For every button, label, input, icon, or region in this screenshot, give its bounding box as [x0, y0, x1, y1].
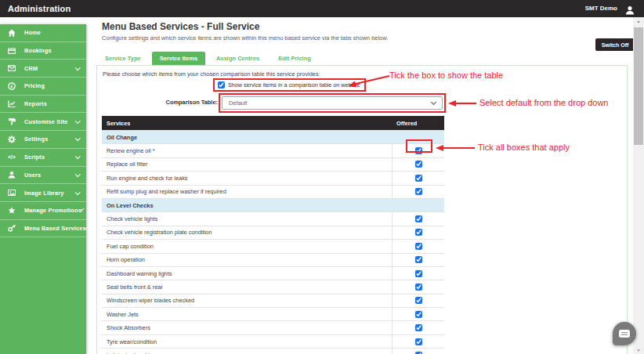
- offered-checkbox[interactable]: [415, 215, 422, 222]
- annotation-arrow-tick-box: [348, 73, 392, 88]
- show-comparison-label[interactable]: Show service items in a comparison table…: [228, 81, 360, 88]
- tab-bar: Service TypeService ItemsAssign CentresE…: [97, 52, 319, 65]
- sidebar-item-label: Customise Site: [24, 118, 75, 125]
- service-name: Check vehicle lights: [102, 215, 392, 222]
- scrollbar-up-arrow[interactable]: ▲: [633, 17, 644, 25]
- table-row: Seat belts front & rear: [102, 280, 444, 293]
- offered-checkbox[interactable]: [415, 324, 422, 331]
- sidebar-item-image-library[interactable]: Image Library: [0, 184, 86, 202]
- chevron-down-icon: [81, 208, 84, 211]
- offered-cell: [392, 349, 444, 354]
- table-row: Check vehicle lights: [102, 211, 444, 225]
- sidebar: HomeBookingsCRM£PricingReportsCustomise …: [0, 24, 86, 354]
- offered-checkbox[interactable]: [415, 297, 422, 304]
- sidebar-item-manage-promotions[interactable]: Manage Promotions: [0, 202, 86, 220]
- comparison-table-select[interactable]: Default: [222, 96, 443, 110]
- pricing-icon: £: [8, 81, 16, 90]
- show-comparison-checkbox[interactable]: [218, 81, 225, 88]
- offered-checkbox[interactable]: [415, 284, 422, 291]
- chevron-down-icon: [75, 118, 81, 124]
- offered-checkbox[interactable]: [415, 338, 422, 345]
- annotation-arrow-tick-all: [435, 144, 476, 152]
- offered-checkbox[interactable]: [415, 243, 422, 250]
- sidebar-item-label: Scripts: [24, 154, 75, 161]
- comparison-select-highlight-box: Default: [219, 93, 446, 113]
- sidebar-item-label: Users: [24, 172, 75, 179]
- top-bar: Administration SMT Demo: [0, 0, 644, 17]
- chevron-down-icon: [75, 65, 81, 70]
- annotation-tick-box: Tick the box to show the table: [389, 70, 503, 80]
- table-row: Fuel cap condition: [102, 239, 444, 252]
- scrollbar[interactable]: ▲ ▼: [633, 17, 644, 354]
- chevron-down-icon: [75, 136, 81, 142]
- offered-checkbox[interactable]: [415, 175, 422, 182]
- offered-checkbox[interactable]: [415, 256, 422, 263]
- table-row: Horn operation: [102, 253, 444, 266]
- chevron-down-icon: [75, 172, 81, 177]
- scrollbar-down-arrow[interactable]: ▼: [633, 346, 644, 354]
- table-row: Shock Absorbers: [102, 320, 444, 334]
- sidebar-item-settings[interactable]: Settings: [0, 131, 86, 149]
- sidebar-item-home[interactable]: Home: [0, 24, 86, 42]
- comparison-table-label: Comparison Table:: [124, 99, 218, 106]
- service-name: Fuel cap condition: [102, 243, 392, 250]
- scrollbar-thumb[interactable]: [634, 27, 643, 145]
- table-row: Washer Jets: [102, 307, 444, 320]
- tab-edit-pricing[interactable]: Edit Pricing: [270, 52, 319, 65]
- reports-icon: [8, 99, 16, 108]
- sidebar-item-reports[interactable]: Reports: [0, 96, 86, 114]
- sidebar-item-customise-site[interactable]: Customise Site: [0, 113, 86, 131]
- services-table-header: Services Offered: [102, 116, 444, 130]
- chevron-down-icon: [75, 190, 81, 195]
- offered-checkbox[interactable]: [415, 270, 422, 277]
- offered-cell: [392, 321, 444, 334]
- scripts-icon: </>: [8, 153, 16, 161]
- sidebar-item-bookings[interactable]: Bookings: [0, 42, 86, 60]
- sidebar-item-label: Home: [24, 29, 79, 36]
- offered-checkbox[interactable]: [415, 311, 422, 318]
- offered-cell: [392, 186, 444, 198]
- settings-icon: [8, 135, 16, 143]
- app-title: Administration: [8, 0, 71, 17]
- sidebar-item-crm[interactable]: CRM: [0, 60, 86, 78]
- tab-assign-centres[interactable]: Assign Centres: [208, 52, 267, 65]
- tab-service-type[interactable]: Service Type: [97, 52, 149, 65]
- page-title: Menu Based Services - Full Service: [102, 21, 259, 32]
- sidebar-item-menu-based-services[interactable]: Menu Based Services: [0, 220, 86, 238]
- service-name: Windscreen wiper blades checked: [102, 297, 392, 304]
- offered-checkbox[interactable]: [415, 229, 422, 236]
- sidebar-item-scripts[interactable]: </>Scripts: [0, 149, 86, 167]
- user-icon[interactable]: [625, 4, 635, 13]
- sidebar-item-label: Settings: [24, 135, 75, 143]
- sidebar-item-users[interactable]: Users: [0, 167, 86, 185]
- service-name: Seat belts front & rear: [102, 284, 392, 291]
- home-icon: [8, 28, 16, 37]
- service-name: Washer Jets: [102, 311, 392, 318]
- offered-checkbox[interactable]: [415, 161, 422, 168]
- offered-checkbox[interactable]: [415, 188, 422, 195]
- sidebar-item-label: Manage Promotions: [24, 207, 81, 214]
- chat-fab-button[interactable]: [613, 322, 636, 345]
- crm-icon: [8, 64, 16, 73]
- annotation-tick-all: Tick all boxes that apply: [478, 143, 570, 152]
- offered-cell: [392, 254, 444, 266]
- tab-service-items[interactable]: Service Items: [152, 52, 205, 65]
- table-row: Windscreen wiper blades checked: [102, 294, 444, 307]
- table-row: Refit sump plug and replace washer if re…: [102, 185, 444, 198]
- table-row: Replace oil filter: [102, 157, 444, 171]
- promotions-icon: [8, 206, 16, 215]
- account-label[interactable]: SMT Demo: [585, 0, 617, 17]
- sidebar-item-pricing[interactable]: £Pricing: [0, 78, 86, 96]
- customise-icon: [8, 117, 16, 126]
- services-table: Services Offered Oil ChangeRenew engine …: [102, 116, 444, 354]
- offered-cell: [392, 308, 444, 320]
- service-name: Dashboard warning lights: [102, 270, 392, 277]
- svg-text:£: £: [10, 83, 13, 88]
- bookings-icon: [8, 46, 16, 55]
- table-row: Dashboard warning lights: [102, 266, 444, 280]
- sidebar-item-label: Reports: [24, 100, 79, 107]
- sidebar-item-label: Bookings: [24, 47, 79, 54]
- sidebar-item-label: Menu Based Services: [24, 225, 86, 232]
- switch-off-button[interactable]: Switch Off: [595, 38, 635, 51]
- svg-text:</>: </>: [8, 154, 16, 160]
